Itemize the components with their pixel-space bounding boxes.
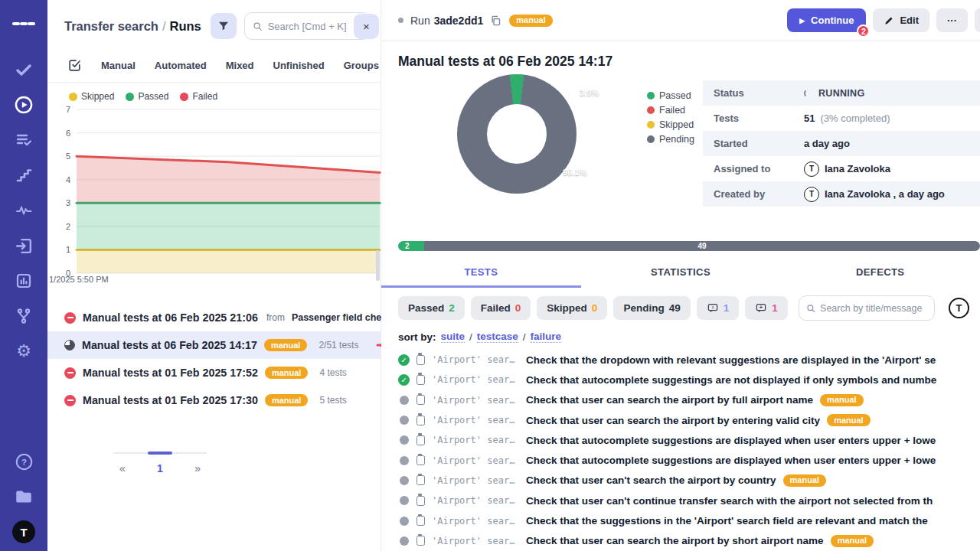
test-row[interactable]: 'Airport' sear… Check that user can sear… (381, 410, 980, 430)
test-suite[interactable]: 'Airport' sear… (432, 495, 519, 506)
pager-active-indicator (148, 452, 172, 455)
user-avatar[interactable]: T (12, 520, 35, 543)
run-list-item-selected[interactable]: Manual tests at 06 Feb 2025 14:17 manual… (47, 331, 381, 359)
test-suite[interactable]: 'Airport' sear… (432, 475, 519, 486)
assignee-filter-avatar[interactable]: T (949, 298, 969, 318)
svg-text:2: 2 (66, 222, 70, 231)
skipped-dot (69, 93, 77, 101)
test-suite[interactable]: 'Airport' sear… (432, 374, 519, 385)
test-row[interactable]: 'Airport' sear… Check that user can't co… (381, 491, 980, 510)
tab-mixed[interactable]: Mixed (226, 60, 254, 71)
pager-page-1[interactable]: 1 (157, 462, 163, 474)
copy-icon[interactable] (490, 15, 501, 27)
test-row[interactable]: 'Airport' sear… Check that user can sear… (381, 531, 980, 551)
svg-text:?: ? (21, 457, 27, 466)
sort-by-testcase[interactable]: testcase (477, 331, 518, 343)
from-plan-name[interactable]: Passenger field check (292, 312, 392, 323)
runs-search-input[interactable] (268, 21, 361, 32)
tab-defects[interactable]: DEFECTS (780, 260, 980, 288)
test-row[interactable]: 'Airport' sear… Check that user can sear… (381, 390, 980, 410)
import-box-icon[interactable] (12, 234, 35, 257)
settings-gear-icon[interactable]: ⚙ (12, 340, 35, 363)
test-row[interactable]: 'Airport' sear… Check that autocomplete … (381, 430, 980, 450)
tab-unfinished[interactable]: Unfinished (273, 60, 325, 71)
test-suite[interactable]: 'Airport' sear… (432, 395, 519, 406)
tests-search[interactable] (799, 295, 935, 321)
run-list-item[interactable]: Manual tests at 06 Feb 2025 21:06 from P… (47, 304, 381, 331)
run-test-count: 4 tests (319, 367, 346, 378)
clipped-button[interactable] (975, 8, 980, 32)
continue-button[interactable]: ▶ Continue 2 (787, 8, 866, 32)
runs-search[interactable] (244, 12, 370, 40)
comments-chip[interactable]: ! 1 (697, 296, 740, 320)
runs-filter-tabs: Manual Automated Mixed Unfinished Groups (47, 58, 381, 83)
runs-play-icon[interactable] (12, 93, 35, 116)
tab-tests[interactable]: TESTS (381, 260, 581, 288)
test-title[interactable]: Check that the dropdown with relevant su… (526, 354, 936, 366)
test-title[interactable]: Check that user can search the airport b… (526, 535, 824, 546)
reports-chart-icon[interactable] (12, 269, 35, 292)
branch-icon[interactable] (12, 305, 35, 328)
testcases-check-icon[interactable] (12, 58, 35, 81)
test-title[interactable]: Check that user can't search the airport… (526, 474, 776, 486)
pending-dot (647, 135, 655, 143)
test-title[interactable]: Check that autocomplete suggestions are … (526, 435, 936, 446)
filter-failed-chip[interactable]: Failed0 (471, 296, 531, 320)
sort-bar: sort by: suite / testcase / failure (381, 321, 980, 344)
edit-button[interactable]: Edit (873, 8, 929, 32)
help-icon[interactable]: ? (12, 450, 35, 473)
plans-list-check-icon[interactable] (12, 129, 35, 152)
filter-pending-chip[interactable]: Pending49 (613, 296, 690, 320)
test-suite[interactable]: 'Airport' sear… (432, 455, 519, 466)
pager-prev-button[interactable]: « (119, 462, 126, 474)
test-row[interactable]: ✓ 'Airport' sear… Check that autocomplet… (381, 370, 980, 390)
filter-button[interactable] (211, 13, 237, 39)
tab-groups[interactable]: Groups (344, 60, 379, 71)
creator-avatar[interactable]: T (804, 187, 819, 202)
run-overview: 3.9% 96.1% Passed Failed Skipped Pending… (381, 73, 980, 235)
tab-statistics[interactable]: STATISTICS (581, 260, 781, 288)
test-suite[interactable]: 'Airport' sear… (432, 516, 519, 527)
more-button[interactable]: ··· (936, 8, 968, 32)
pending-status-icon (400, 517, 409, 526)
filter-passed-chip[interactable]: Passed2 (398, 296, 465, 320)
run-test-count: 5 tests (319, 395, 346, 406)
steps-stairs-icon[interactable] (12, 164, 35, 187)
app: ⚙ ? T × Transfer search/Runs Ma (0, 0, 980, 551)
projects-folder-icon[interactable] (12, 485, 35, 508)
test-title[interactable]: Check that user can't continue transfer … (526, 495, 933, 507)
breadcrumb-parent[interactable]: Transfer search (64, 19, 158, 33)
close-panel-button[interactable]: × (354, 14, 379, 39)
test-row[interactable]: 'Airport' sear… Check that the suggestio… (381, 510, 980, 530)
select-checkbox-icon[interactable] (67, 58, 82, 73)
filter-skipped-chip[interactable]: Skipped0 (537, 296, 607, 320)
sort-separator: / (469, 331, 472, 343)
sort-by-suite[interactable]: suite (441, 331, 466, 343)
attachments-chip[interactable]: + 1 (745, 296, 788, 320)
test-title[interactable]: Check that autocomplete suggestions are … (526, 455, 936, 466)
pending-status-icon (400, 416, 409, 425)
run-list-item[interactable]: Manual tests at 01 Feb 2025 17:30 manual… (47, 386, 381, 414)
test-title[interactable]: Check that user can search the airport b… (526, 415, 820, 426)
test-suite[interactable]: 'Airport' sear… (432, 536, 519, 546)
funnel-icon (217, 20, 230, 32)
tests-search-input[interactable] (820, 303, 927, 314)
tab-manual[interactable]: Manual (101, 60, 136, 71)
test-row[interactable]: 'Airport' sear… Check that autocomplete … (381, 450, 980, 470)
test-title[interactable]: Check that autocomplete suggestings are … (526, 374, 936, 386)
test-title[interactable]: Check that the suggestions in the 'Airpo… (526, 515, 928, 527)
chart-scrollbar[interactable] (376, 250, 380, 281)
activity-pulse-icon[interactable] (12, 199, 35, 222)
test-row[interactable]: 'Airport' sear… Check that user can't se… (381, 471, 980, 491)
test-suite[interactable]: 'Airport' sear… (432, 415, 519, 425)
pager-next-button[interactable]: » (194, 462, 201, 474)
run-list-item[interactable]: Manual tests at 01 Feb 2025 17:52 manual… (47, 359, 381, 386)
test-title[interactable]: Check that user can search the airport b… (526, 394, 813, 406)
assignee-avatar[interactable]: T (804, 161, 819, 177)
test-row[interactable]: ✓ 'Airport' sear… Check that the dropdow… (381, 350, 980, 370)
test-suite[interactable]: 'Airport' sear… (432, 435, 519, 445)
tab-automated[interactable]: Automated (155, 60, 207, 71)
menu-icon[interactable] (12, 12, 35, 35)
test-suite[interactable]: 'Airport' sear… (432, 354, 519, 365)
sort-by-failure[interactable]: failure (531, 331, 562, 343)
